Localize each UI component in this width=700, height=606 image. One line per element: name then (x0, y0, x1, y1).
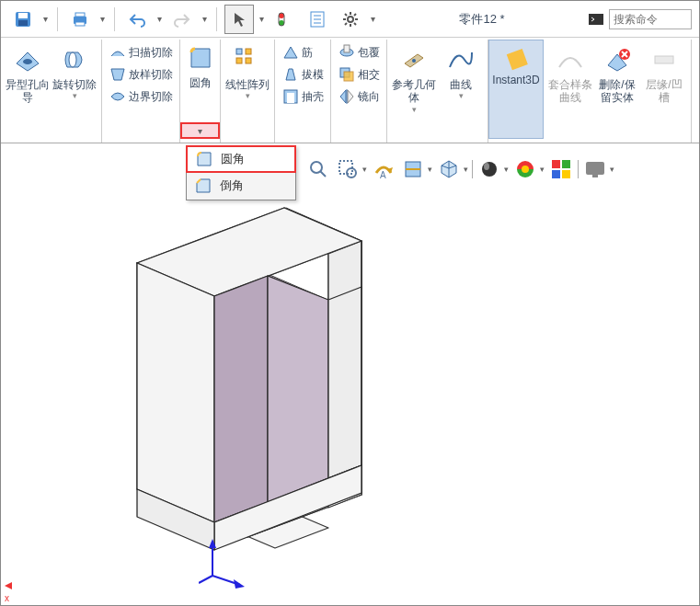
svg-rect-5 (75, 22, 85, 26)
print-button[interactable] (65, 5, 95, 34)
svg-rect-89 (339, 161, 352, 174)
dynamic-view-button[interactable]: A (371, 156, 396, 182)
svg-rect-28 (246, 58, 251, 63)
svg-rect-34 (344, 72, 353, 81)
loft-cut-button[interactable]: 放样切除 (106, 63, 176, 86)
view-orient-button[interactable] (436, 156, 462, 182)
scene-dropdown[interactable]: ▾ (540, 165, 545, 174)
svg-rect-102 (562, 170, 570, 178)
options-doc-button[interactable] (303, 5, 332, 34)
svg-point-95 (482, 162, 497, 177)
svg-rect-1 (18, 13, 28, 18)
delete-body-button[interactable]: 删除/保留实体 (594, 41, 640, 124)
svg-point-98 (522, 166, 529, 173)
svg-marker-86 (5, 582, 12, 589)
edge-flange-button: 层缘/凹槽 (641, 41, 687, 124)
boundary-cut-button[interactable]: 边界切除 (106, 86, 176, 108)
svg-rect-26 (246, 49, 251, 54)
settings-dropdown[interactable]: ▾ (369, 14, 377, 24)
svg-line-18 (345, 14, 347, 16)
fillet-dropdown-menu: 圆角 倒角 (186, 145, 296, 200)
redo-dropdown[interactable]: ▾ (201, 14, 209, 24)
svg-point-96 (484, 163, 489, 170)
appearance-button[interactable] (548, 156, 574, 182)
rev-cut-button[interactable]: 旋转切除 ▾ (52, 41, 98, 124)
document-title: 零件12 * (381, 11, 583, 28)
svg-rect-4 (75, 13, 85, 17)
select-dropdown[interactable]: ▾ (258, 14, 266, 24)
save-button[interactable] (8, 5, 38, 34)
save-dropdown[interactable]: ▾ (41, 14, 50, 24)
svg-line-21 (354, 14, 356, 16)
svg-rect-103 (586, 162, 604, 175)
sweep-cut-button[interactable]: 扫描切除 (106, 41, 176, 63)
section-button[interactable] (400, 156, 426, 182)
undo-button[interactable] (122, 5, 152, 34)
ref-geometry-button[interactable]: 参考几何体 ▾ (391, 41, 437, 124)
rebuild-button[interactable] (270, 5, 299, 34)
fillet-menu-item[interactable]: 圆角 (186, 145, 296, 173)
wrap-button[interactable]: 包覆 (335, 41, 383, 63)
fillet-button[interactable]: 圆角 (180, 40, 221, 122)
svg-rect-2 (18, 20, 28, 26)
svg-line-88 (320, 171, 326, 177)
fillet-dropdown-arrow[interactable]: ▾ (180, 122, 220, 139)
hole-wizard-button[interactable]: 异型孔向导 (5, 41, 51, 124)
fit-spline-button: 套合样条曲线 (547, 41, 593, 124)
render-dropdown[interactable]: ▾ (610, 165, 614, 174)
instant3d-button[interactable]: Instant3D (488, 40, 544, 139)
display-dropdown[interactable]: ▾ (504, 165, 509, 174)
svg-line-20 (345, 23, 347, 25)
display-style-button[interactable] (476, 156, 502, 182)
command-icon (587, 10, 605, 29)
intersect-button[interactable]: 相交 (335, 63, 383, 86)
svg-rect-25 (236, 49, 242, 54)
svg-rect-32 (344, 45, 350, 52)
redo-button[interactable] (167, 5, 197, 34)
svg-text:A: A (380, 170, 386, 180)
zoom-fit-button[interactable] (305, 156, 331, 182)
svg-point-36 (412, 59, 416, 63)
svg-rect-104 (592, 175, 598, 177)
settings-button[interactable] (336, 5, 365, 34)
mirror-button[interactable]: 镜向 (335, 86, 383, 108)
svg-point-23 (23, 59, 32, 64)
model-overlay (84, 189, 396, 557)
svg-rect-41 (655, 56, 673, 63)
svg-rect-30 (287, 93, 294, 103)
svg-line-19 (354, 23, 356, 25)
linear-pattern-button[interactable]: 线性阵列 ▾ (224, 41, 270, 124)
svg-marker-73 (214, 276, 268, 522)
draft-button[interactable]: 拔模 (279, 63, 327, 86)
section-dropdown[interactable]: ▾ (428, 165, 432, 174)
rib-button[interactable]: 筋 (279, 41, 327, 63)
svg-line-85 (199, 576, 212, 583)
shell-button[interactable]: 抽壳 (279, 86, 327, 108)
print-dropdown[interactable]: ▾ (98, 14, 107, 24)
scene-button[interactable] (512, 156, 538, 182)
orient-dropdown[interactable]: ▾ (464, 165, 468, 174)
view-axis-x: x (5, 578, 23, 603)
select-button[interactable] (224, 5, 254, 34)
search-input[interactable] (609, 9, 692, 29)
chamfer-menu-label: 倒角 (220, 177, 244, 194)
svg-rect-100 (562, 160, 570, 168)
svg-marker-72 (137, 263, 214, 522)
view-toolbar: ▾ A ▾ ▾ ▾ ▾ ▾ (305, 156, 614, 182)
svg-marker-84 (234, 579, 245, 589)
svg-rect-101 (552, 170, 560, 178)
svg-marker-74 (268, 276, 328, 502)
curve-button[interactable]: 曲线 ▾ (438, 41, 484, 124)
zoom-area-button[interactable] (335, 156, 361, 182)
search-area (587, 9, 692, 29)
svg-rect-27 (236, 58, 242, 63)
svg-point-24 (69, 52, 76, 67)
render-button[interactable] (582, 156, 608, 182)
svg-marker-82 (209, 539, 216, 548)
undo-dropdown[interactable]: ▾ (155, 14, 164, 24)
svg-marker-76 (328, 287, 361, 478)
chamfer-menu-item[interactable]: 倒角 (187, 172, 295, 200)
fillet-menu-label: 圆角 (221, 151, 245, 167)
graphics-viewport[interactable]: x (1, 143, 699, 606)
zoom-dropdown[interactable]: ▾ (362, 165, 367, 174)
